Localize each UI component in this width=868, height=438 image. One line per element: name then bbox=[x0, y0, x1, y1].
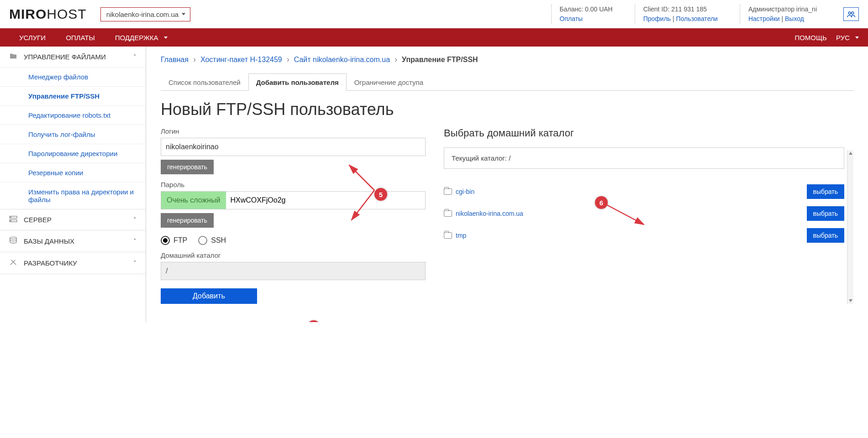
password-label: Пароль bbox=[161, 181, 426, 188]
sidebar-item-permissions[interactable]: Изменить права на директории и файлы bbox=[0, 182, 146, 209]
svg-point-6 bbox=[10, 237, 16, 239]
sidebar: УПРАВЛЕНИЕ ФАЙЛАМИ ˄ Менеджер файлов Упр… bbox=[0, 47, 146, 322]
folder-icon bbox=[444, 210, 452, 217]
admin-label: Администратор irina_ni bbox=[748, 5, 817, 14]
balance-label: Баланс: 0.00 UAH bbox=[560, 5, 613, 14]
tabs: Список пользователей Добавить пользовате… bbox=[161, 73, 853, 91]
admin-block: Администратор irina_ni Настройки | Выход bbox=[740, 5, 825, 24]
chevron-down-icon: ˅ bbox=[133, 260, 137, 266]
sidebar-item-ftp-ssh[interactable]: Управление FTP/SSH bbox=[0, 86, 146, 105]
sidebar-item-password-dir[interactable]: Паролирование директории bbox=[0, 144, 146, 163]
server-icon bbox=[9, 216, 18, 224]
payments-link[interactable]: Оплаты bbox=[560, 15, 583, 22]
logo[interactable]: MIROHOST bbox=[9, 6, 87, 22]
sidebar-section-db[interactable]: БАЗЫ ДАННЫХ ˅ bbox=[0, 230, 146, 252]
sidebar-section-server[interactable]: СЕРВЕР ˅ bbox=[0, 209, 146, 230]
sidebar-section-files[interactable]: УПРАВЛЕНИЕ ФАЙЛАМИ ˄ bbox=[0, 47, 146, 67]
tab-user-list[interactable]: Список пользователей bbox=[161, 73, 248, 91]
dir-link-cgi-bin[interactable]: cgi-bin bbox=[456, 188, 474, 195]
generate-login-button[interactable]: генерировать bbox=[161, 160, 214, 174]
scrollbar[interactable] bbox=[847, 150, 853, 304]
nav-support[interactable]: ПОДДЕРЖКА bbox=[105, 28, 178, 47]
submit-button[interactable]: Добавить bbox=[161, 288, 257, 304]
radio-off-icon bbox=[198, 236, 207, 245]
login-label: Логин bbox=[161, 127, 426, 135]
sidebar-item-logs[interactable]: Получить лог-файлы bbox=[0, 125, 146, 144]
breadcrumb-site[interactable]: Сайт nikolaenko-irina.com.ua bbox=[294, 56, 390, 64]
nav-lang[interactable]: РУС bbox=[836, 34, 859, 42]
header: MIROHOST nikolaenko-irina.com.ua Баланс:… bbox=[0, 0, 868, 28]
breadcrumb: Главная Хостинг-пакет H-132459 Сайт niko… bbox=[161, 55, 853, 64]
settings-link[interactable]: Настройки bbox=[748, 15, 780, 22]
chevron-up-icon: ˄ bbox=[133, 53, 137, 60]
breadcrumb-package[interactable]: Хостинг-пакет H-132459 bbox=[200, 56, 282, 64]
login-input[interactable] bbox=[161, 138, 426, 156]
navbar: УСЛУГИ ОПЛАТЫ ПОДДЕРЖКА ПОМОЩЬ РУС bbox=[0, 28, 868, 47]
radio-on-icon bbox=[161, 236, 170, 245]
nav-payments[interactable]: ОПЛАТЫ bbox=[56, 28, 105, 47]
users-link[interactable]: Пользователи bbox=[676, 15, 718, 22]
folder-icon bbox=[444, 188, 452, 195]
folder-icon bbox=[9, 53, 18, 61]
tools-icon bbox=[9, 259, 18, 267]
sidebar-item-file-manager[interactable]: Менеджер файлов bbox=[0, 67, 146, 86]
dir-row: tmp выбрать bbox=[444, 224, 844, 246]
home-dir-label: Домашний каталог bbox=[161, 251, 426, 259]
database-icon bbox=[9, 237, 18, 245]
nav-services[interactable]: УСЛУГИ bbox=[9, 28, 56, 47]
annotation-7: 7 bbox=[307, 320, 320, 322]
sidebar-section-dev[interactable]: РАЗРАБОТЧИКУ ˅ bbox=[0, 252, 146, 274]
breadcrumb-home[interactable]: Главная bbox=[161, 56, 189, 64]
svg-point-1 bbox=[852, 12, 854, 14]
svg-point-0 bbox=[848, 12, 851, 14]
profile-link[interactable]: Профиль bbox=[643, 15, 671, 22]
breadcrumb-current: Управление FTP/SSH bbox=[402, 56, 478, 64]
dir-link-tmp[interactable]: tmp bbox=[456, 232, 466, 239]
nav-help[interactable]: ПОМОЩЬ bbox=[794, 34, 827, 42]
radio-ssh[interactable]: SSH bbox=[198, 236, 226, 245]
tab-access-restriction[interactable]: Ограничение доступа bbox=[347, 73, 431, 91]
dir-link-domain[interactable]: nikolaenko-irina.com.ua bbox=[456, 210, 523, 217]
svg-point-4 bbox=[11, 217, 11, 217]
client-id-label: Client ID: 211 931 185 bbox=[643, 5, 718, 14]
users-icon[interactable] bbox=[843, 7, 859, 21]
dir-row: cgi-bin выбрать bbox=[444, 181, 844, 203]
folder-icon bbox=[444, 232, 452, 239]
page-title: Новый FTP/SSH пользователь bbox=[161, 100, 853, 119]
domain-dropdown[interactable]: nikolaenko-irina.com.ua bbox=[100, 7, 190, 21]
logout-link[interactable]: Выход bbox=[785, 15, 804, 22]
radio-ftp[interactable]: FTP bbox=[161, 236, 187, 245]
chevron-down-icon: ˅ bbox=[133, 238, 137, 245]
sidebar-item-backups[interactable]: Резервные копии bbox=[0, 163, 146, 182]
select-dir-button[interactable]: выбрать bbox=[807, 228, 845, 243]
protocol-radio-group: FTP SSH bbox=[161, 236, 426, 245]
current-dir-box: Текущий каталог: / bbox=[444, 147, 844, 169]
directory-column: Выбрать домашний каталог Текущий каталог… bbox=[444, 127, 853, 304]
password-input[interactable] bbox=[226, 192, 425, 209]
home-dir-input[interactable] bbox=[161, 262, 426, 280]
choose-dir-title: Выбрать домашний каталог bbox=[444, 127, 844, 139]
arrow-icon bbox=[258, 320, 308, 322]
annotation-6: 6 bbox=[595, 196, 608, 209]
generate-password-button[interactable]: генерировать bbox=[161, 213, 214, 228]
chevron-down-icon: ˅ bbox=[133, 216, 137, 223]
password-strength: Очень сложный bbox=[161, 192, 226, 209]
client-block: Client ID: 211 931 185 Профиль | Пользов… bbox=[635, 5, 726, 24]
tab-add-user[interactable]: Добавить пользователя bbox=[248, 73, 347, 91]
sidebar-item-robots[interactable]: Редактирование robots.txt bbox=[0, 105, 146, 125]
select-dir-button[interactable]: выбрать bbox=[807, 206, 845, 221]
svg-point-5 bbox=[11, 220, 11, 221]
balance-block: Баланс: 0.00 UAH Оплаты bbox=[551, 5, 621, 24]
dir-row: nikolaenko-irina.com.ua выбрать bbox=[444, 203, 844, 224]
form-column: Логин генерировать Пароль Очень сложный … bbox=[161, 127, 426, 304]
select-dir-button[interactable]: выбрать bbox=[807, 184, 845, 199]
annotation-5: 5 bbox=[374, 188, 387, 201]
main-content: Главная Хостинг-пакет H-132459 Сайт niko… bbox=[146, 47, 868, 322]
